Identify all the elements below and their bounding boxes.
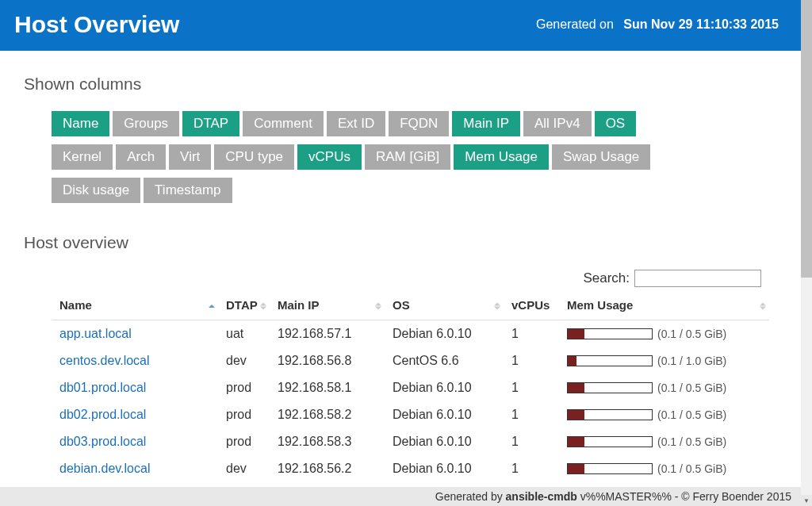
cell-os: Debian 6.0.10 [385, 401, 504, 428]
search-input[interactable] [634, 270, 761, 287]
cell-mainip: 192.168.56.8 [270, 347, 385, 374]
search-label: Search: [583, 270, 630, 286]
cell-vcpus: 1 [504, 428, 559, 455]
host-link[interactable]: app.uat.local [59, 327, 132, 340]
col-header-dtap[interactable]: DTAP [218, 292, 270, 320]
scrollbar-down-icon[interactable]: ▼ [801, 495, 812, 506]
mem-text: (0.1 / 0.5 GiB) [657, 408, 726, 421]
cell-mem: (0.1 / 0.5 GiB) [559, 401, 769, 428]
table-row: debian.dev.localdev192.168.56.2Debian 6.… [52, 455, 769, 482]
column-toggles: NameGroupsDTAPCommentExt IDFQDNMain IPAl… [24, 111, 769, 211]
column-toggle-ram-gib-[interactable]: RAM [GiB] [365, 144, 450, 170]
footer-suffix: v%%MASTER%% - © Ferry Boender 2015 [577, 490, 791, 503]
footer-tool: ansible-cmdb [506, 490, 577, 503]
cell-mainip: 192.168.56.2 [270, 455, 385, 482]
host-overview-title: Host overview [24, 233, 769, 252]
page-title: Host Overview [14, 11, 179, 38]
mem-bar [567, 409, 653, 420]
cell-mem: (0.1 / 0.5 GiB) [559, 374, 769, 401]
mem-bar [567, 355, 653, 366]
col-header-vcpus[interactable]: vCPUs [504, 292, 559, 320]
host-link[interactable]: centos.dev.local [59, 354, 150, 367]
column-toggle-os[interactable]: OS [595, 111, 637, 136]
mem-text: (0.1 / 0.5 GiB) [657, 435, 726, 448]
sort-desc-icon [494, 306, 500, 309]
sort-asc-icon [375, 302, 381, 305]
cell-mainip: 192.168.58.1 [270, 374, 385, 401]
cell-mainip: 192.168.57.1 [270, 320, 385, 348]
scrollbar[interactable]: ▼ [801, 0, 812, 506]
column-toggle-kernel[interactable]: Kernel [52, 144, 113, 170]
sort-desc-icon [260, 306, 266, 309]
mem-bar [567, 382, 653, 393]
cell-dtap: prod [218, 401, 270, 428]
column-toggle-comment[interactable]: Comment [243, 111, 324, 136]
column-toggle-dtap[interactable]: DTAP [182, 111, 239, 136]
column-toggle-cpu-type[interactable]: CPU type [214, 144, 294, 170]
host-link[interactable]: db01.prod.local [59, 381, 146, 394]
sort-asc-icon [494, 302, 500, 305]
sort-desc-icon [760, 306, 766, 309]
column-toggle-mem-usage[interactable]: Mem Usage [454, 144, 549, 170]
shown-columns-title: Shown columns [24, 75, 769, 94]
cell-os: Debian 6.0.10 [385, 374, 504, 401]
cell-dtap: uat [218, 320, 270, 348]
cell-dtap: dev [218, 455, 270, 482]
host-link[interactable]: db02.prod.local [59, 408, 146, 421]
mem-bar-fill [568, 410, 584, 420]
col-header-name[interactable]: Name [52, 292, 218, 320]
col-header-os[interactable]: OS [385, 292, 504, 320]
cell-os: Debian 6.0.10 [385, 320, 504, 348]
cell-os: CentOS 6.6 [385, 347, 504, 374]
table-row: db02.prod.localprod192.168.58.2Debian 6.… [52, 401, 769, 428]
col-header-mainip-label: Main IP [278, 298, 320, 312]
column-toggle-name[interactable]: Name [52, 111, 109, 136]
cell-vcpus: 1 [504, 347, 559, 374]
col-header-vcpus-label: vCPUs [511, 298, 550, 312]
column-toggle-all-ipv4[interactable]: All IPv4 [523, 111, 592, 136]
host-link[interactable]: debian.dev.local [59, 462, 150, 475]
cell-mainip: 192.168.58.2 [270, 401, 385, 428]
col-header-mem-label: Mem Usage [567, 298, 633, 312]
generated-date: Sun Nov 29 11:10:33 2015 [623, 17, 779, 31]
mem-bar-fill [568, 329, 584, 339]
cell-mem: (0.1 / 1.0 GiB) [559, 347, 769, 374]
table-row: db03.prod.localprod192.168.58.3Debian 6.… [52, 428, 769, 455]
sort-desc-icon [375, 306, 381, 309]
col-header-mem[interactable]: Mem Usage [559, 292, 769, 320]
column-toggle-vcpus[interactable]: vCPUs [297, 144, 362, 170]
column-toggle-arch[interactable]: Arch [116, 144, 166, 170]
cell-vcpus: 1 [504, 455, 559, 482]
table-row: centos.dev.localdev192.168.56.8CentOS 6.… [52, 347, 769, 374]
cell-vcpus: 1 [504, 320, 559, 348]
mem-bar [567, 463, 653, 474]
column-toggle-virt[interactable]: Virt [169, 144, 211, 170]
table-row: db01.prod.localprod192.168.58.1Debian 6.… [52, 374, 769, 401]
generated-info: Generated on Sun Nov 29 11:10:33 2015 [536, 17, 779, 32]
column-toggle-ext-id[interactable]: Ext ID [327, 111, 385, 136]
column-toggle-disk-usage[interactable]: Disk usage [52, 178, 140, 203]
mem-text: (0.1 / 1.0 GiB) [657, 355, 726, 367]
col-header-mainip[interactable]: Main IP [270, 292, 385, 320]
col-header-os-label: OS [393, 298, 410, 312]
host-link[interactable]: db03.prod.local [59, 435, 146, 448]
column-toggle-groups[interactable]: Groups [113, 111, 179, 136]
cell-os: Debian 6.0.10 [385, 455, 504, 482]
sort-asc-icon [209, 305, 215, 308]
cell-mainip: 192.168.58.3 [270, 428, 385, 455]
column-toggle-fqdn[interactable]: FQDN [389, 111, 449, 136]
mem-bar-fill [568, 383, 584, 393]
table-row: app.uat.localuat192.168.57.1Debian 6.0.1… [52, 320, 769, 348]
cell-dtap: dev [218, 347, 270, 374]
cell-mem: (0.1 / 0.5 GiB) [559, 455, 769, 482]
cell-dtap: prod [218, 428, 270, 455]
column-toggle-timestamp[interactable]: Timestamp [144, 178, 232, 203]
column-toggle-main-ip[interactable]: Main IP [452, 111, 520, 136]
cell-mem: (0.1 / 0.5 GiB) [559, 320, 769, 348]
host-table: Name DTAP Main IP OS vCPUs [52, 292, 769, 506]
column-toggle-swap-usage[interactable]: Swap Usage [552, 144, 650, 170]
generated-label: Generated on [536, 17, 614, 31]
mem-bar-fill [568, 464, 584, 473]
scrollbar-thumb[interactable] [801, 0, 812, 278]
mem-text: (0.1 / 0.5 GiB) [657, 328, 726, 340]
